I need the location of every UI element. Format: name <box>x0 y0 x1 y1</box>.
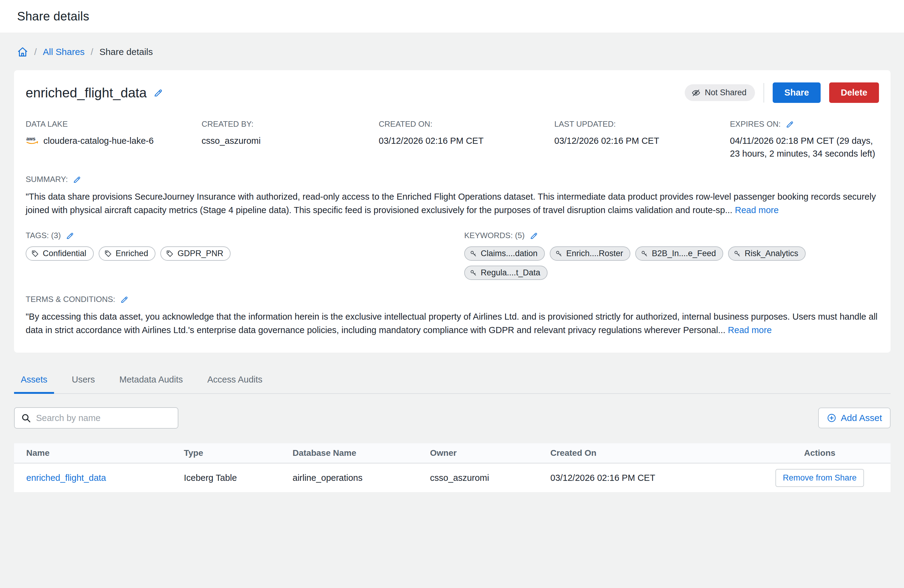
keyword-chip-label: Regula....t_Data <box>481 268 540 277</box>
tab-access-audits[interactable]: Access Audits <box>201 370 269 394</box>
expires-on-value: 04/11/2026 02:18 PM CET (29 days, 23 hou… <box>730 134 879 160</box>
home-icon[interactable] <box>17 46 28 57</box>
breadcrumb-separator: / <box>34 47 36 57</box>
search-input[interactable] <box>36 413 172 423</box>
page-title: Share details <box>17 9 89 23</box>
svg-text:aws: aws <box>26 136 35 141</box>
search-box[interactable] <box>14 407 179 429</box>
keyword-chip-label: Claims....dation <box>481 249 537 258</box>
edit-tags-icon[interactable] <box>66 232 74 240</box>
keyword-chip-label: Risk_Analytics <box>744 249 798 258</box>
asset-owner: csso_aszuromi <box>430 473 550 483</box>
summary-read-more-link[interactable]: Read more <box>735 205 779 215</box>
add-asset-button[interactable]: Add Asset <box>818 408 891 428</box>
edit-summary-icon[interactable] <box>73 175 81 184</box>
col-database-name: Database Name <box>292 448 430 458</box>
col-actions: Actions <box>749 448 891 458</box>
keyword-chip[interactable]: Claims....dation <box>464 246 545 261</box>
field-created-on: CREATED ON: 03/12/2026 02:16 PM CET <box>379 119 554 160</box>
field-expires-on: EXPIRES ON: 04/11/2026 02:18 PM CET (29 … <box>730 119 879 160</box>
terms-label: TERMS & CONDITIONS: <box>26 295 115 304</box>
status-badge-label: Not Shared <box>705 88 747 98</box>
assets-toolbar: Add Asset <box>14 407 891 429</box>
assets-table: Name Type Database Name Owner Created On… <box>14 443 891 492</box>
key-icon <box>470 250 477 257</box>
last-updated-value: 03/12/2026 02:16 PM CET <box>554 134 730 147</box>
keyword-chip[interactable]: Enrich....Roster <box>550 246 631 261</box>
tags-section: TAGS: (3) Confidential <box>26 231 464 280</box>
divider <box>763 83 764 102</box>
field-created-by: CREATED BY: csso_aszuromi <box>202 119 379 160</box>
keywords-label: KEYWORDS: (5) <box>464 231 525 240</box>
share-details-card: enriched_flight_data Not Shared S <box>14 70 891 353</box>
search-icon <box>21 413 31 423</box>
tab-metadata-audits[interactable]: Metadata Audits <box>113 370 190 394</box>
field-label: LAST UPDATED: <box>554 119 730 129</box>
card-title-row: enriched_flight_data Not Shared S <box>26 82 879 103</box>
field-label: CREATED ON: <box>379 119 554 129</box>
field-last-updated: LAST UPDATED: 03/12/2026 02:16 PM CET <box>554 119 730 160</box>
col-owner: Owner <box>430 448 550 458</box>
delete-button[interactable]: Delete <box>829 82 879 103</box>
asset-created-on: 03/12/2026 02:16 PM CET <box>550 473 749 483</box>
app-header: Share details <box>0 0 904 33</box>
tags-keywords-row: TAGS: (3) Confidential <box>26 231 879 280</box>
terms-read-more-link[interactable]: Read more <box>728 325 771 335</box>
table-row: enriched_flight_data Iceberg Table airli… <box>14 463 891 492</box>
breadcrumb-all-shares[interactable]: All Shares <box>43 47 85 57</box>
tag-chip-label: GDPR_PNR <box>177 249 223 258</box>
key-icon <box>555 250 563 257</box>
edit-terms-icon[interactable] <box>120 295 129 304</box>
meta-fields-row: DATA LAKE aws cloudera-catalog-hue-lake-… <box>26 119 879 160</box>
title-actions: Not Shared Share Delete <box>685 82 879 103</box>
keyword-chip[interactable]: Risk_Analytics <box>728 246 806 261</box>
terms-section: TERMS & CONDITIONS: "By accessing this d… <box>26 295 879 337</box>
keyword-chip-list: Claims....dation Enrich....Roster <box>464 246 879 280</box>
tag-icon <box>166 250 174 258</box>
share-button[interactable]: Share <box>773 82 820 103</box>
tag-chip[interactable]: GDPR_PNR <box>160 246 231 261</box>
summary-label: SUMMARY: <box>26 175 68 184</box>
breadcrumb-separator: / <box>91 47 93 57</box>
col-name: Name <box>26 448 184 458</box>
asset-name-link[interactable]: enriched_flight_data <box>26 473 106 483</box>
tags-label: TAGS: (3) <box>26 231 61 240</box>
breadcrumb: / All Shares / Share details <box>0 33 904 66</box>
key-icon <box>733 250 741 257</box>
share-name: enriched_flight_data <box>26 85 147 101</box>
keyword-chip-label: B2B_In....e_Feed <box>652 249 716 258</box>
tag-icon <box>104 250 112 258</box>
data-lake-value: cloudera-catalog-hue-lake-6 <box>43 134 153 147</box>
col-created-on: Created On <box>550 448 749 458</box>
key-icon <box>641 250 648 257</box>
plus-circle-icon <box>827 413 836 423</box>
keyword-chip[interactable]: Regula....t_Data <box>464 266 548 280</box>
tag-chip-list: Confidential Enriched <box>26 246 464 261</box>
keyword-chip[interactable]: B2B_In....e_Feed <box>635 246 723 261</box>
edit-keywords-icon[interactable] <box>529 232 538 240</box>
remove-from-share-button[interactable]: Remove from Share <box>775 469 864 487</box>
asset-type: Iceberg Table <box>184 473 292 483</box>
tag-chip[interactable]: Enriched <box>99 246 156 261</box>
status-badge: Not Shared <box>685 84 755 101</box>
summary-section: SUMMARY: "This data share provisions Sec… <box>26 175 879 217</box>
aws-icon: aws <box>26 136 40 146</box>
table-header: Name Type Database Name Owner Created On… <box>14 443 891 463</box>
tab-assets[interactable]: Assets <box>14 370 54 394</box>
field-label: EXPIRES ON: <box>730 119 781 129</box>
tag-chip[interactable]: Confidential <box>26 246 94 261</box>
asset-database-name: airline_operations <box>292 473 430 483</box>
tag-chip-label: Enriched <box>116 249 149 258</box>
edit-name-icon[interactable] <box>153 88 163 98</box>
eye-off-icon <box>691 88 700 98</box>
field-label: DATA LAKE <box>26 119 202 129</box>
field-label: CREATED BY: <box>202 119 379 129</box>
col-type: Type <box>184 448 292 458</box>
detail-tabs: Assets Users Metadata Audits Access Audi… <box>14 370 891 394</box>
tab-users[interactable]: Users <box>65 370 102 394</box>
share-name-block: enriched_flight_data <box>26 85 163 101</box>
created-on-value: 03/12/2026 02:16 PM CET <box>379 134 554 147</box>
tag-icon <box>31 250 39 258</box>
field-data-lake: DATA LAKE aws cloudera-catalog-hue-lake-… <box>26 119 202 160</box>
edit-expires-icon[interactable] <box>785 120 794 129</box>
